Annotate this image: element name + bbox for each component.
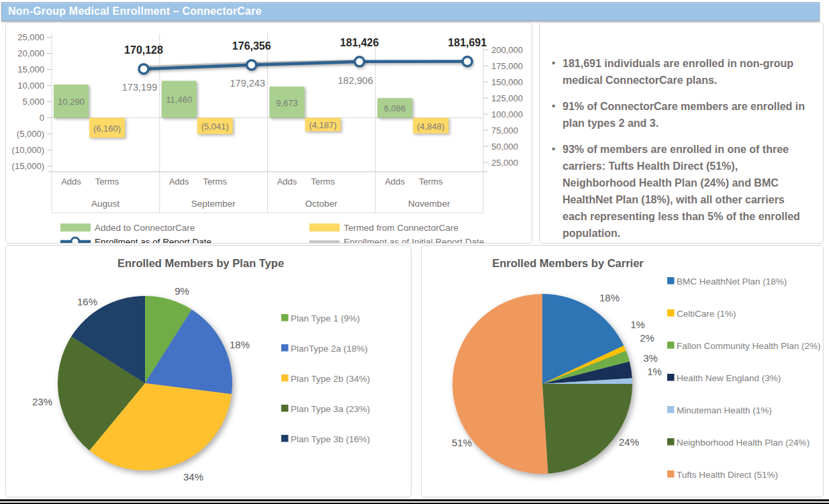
subcategory-label: Terms (95, 177, 119, 187)
subcategory-label: Terms (311, 177, 335, 187)
legend-label: CeltiCare (1%) (677, 309, 736, 319)
left-axis-tick-label: 0 (40, 113, 44, 123)
legend-label: Added to ConnectorCare (95, 223, 195, 233)
legend-swatch (667, 470, 675, 478)
pie-percent-label: 18% (230, 339, 250, 350)
bar-terms-value: (4,187) (309, 120, 336, 130)
left-axis-tick-label: 15,000 (17, 64, 44, 74)
month-label: September (191, 199, 236, 209)
bullet-item: 93% of members are enrolled in one of th… (550, 141, 810, 242)
legend-swatch (281, 405, 289, 412)
legend-swatch (281, 344, 289, 352)
legend-label: Plan Type 2b (34%) (291, 374, 370, 384)
left-axis-tick-label: (10,000) (12, 145, 44, 155)
enrollment-trend-chart: 25,00020,00015,00010,0005,0000(5,000)(10… (6, 23, 532, 243)
left-axis-tick-label: 20,000 (17, 48, 44, 58)
subcategory-label: Adds (277, 177, 297, 187)
report-date-marker (247, 60, 256, 70)
pie-percent-label: 1% (630, 319, 645, 330)
right-axis-tick-label: 175,000 (491, 61, 523, 71)
legend-swatch (667, 277, 675, 285)
subcategory-label: Adds (61, 177, 81, 187)
legend-label: Plan Type 3a (23%) (291, 404, 370, 414)
pie-percent-label: 16% (77, 296, 97, 307)
legend-swatch (667, 374, 675, 381)
pie-title: Enrolled Members by Plan Type (117, 257, 284, 269)
right-axis-tick-label: 75,000 (491, 125, 518, 136)
bar-adds-value: 9,673 (276, 98, 298, 108)
pie (452, 294, 632, 474)
bottom-double-rule (0, 499, 829, 504)
bullet-item: 91% of ConnectorCare members are enrolle… (550, 98, 810, 132)
bar-terms-value: (4,848) (417, 121, 444, 132)
pie-percent-label: 1% (647, 366, 662, 377)
page-title-bar: Non-Group Medical Enrollment – Connector… (1, 2, 820, 21)
pie-percent-label: 24% (619, 436, 639, 448)
enrollment-value-label: 176,356 (232, 40, 271, 52)
month-label: October (305, 199, 338, 209)
legend-label: Plan Type 3b (16%) (291, 434, 370, 444)
initial-enrollment-value-label: 179,243 (230, 78, 265, 89)
pie-percent-label: 51% (452, 437, 472, 448)
subcategory-label: Terms (203, 177, 228, 187)
right-axis-tick-label: 125,000 (491, 93, 523, 103)
legend-label: Tufts Health Direct (51%) (677, 470, 778, 480)
legend-swatch (309, 223, 340, 232)
pie-slice-24% (542, 384, 632, 474)
left-axis-tick-label: (15,000) (12, 161, 44, 171)
legend-swatch (667, 342, 675, 349)
pie (58, 296, 232, 470)
legend-swatch (281, 314, 289, 321)
subcategory-label: Terms (419, 177, 443, 187)
bullet-item: 181,691 individuals are enrolled in non-… (550, 55, 810, 89)
right-axis-tick-label: 150,000 (491, 77, 523, 87)
bar-adds-value: 6,086 (384, 103, 406, 113)
bar-adds-value: 10,290 (58, 97, 85, 107)
legend-label: PlanType 2a (18%) (291, 344, 368, 354)
legend-swatch (667, 309, 675, 317)
legend-label: Termed from ConnectorCare (344, 223, 458, 233)
enrollment-value-label: 181,691 (448, 37, 487, 48)
carrier-pie-chart: Enrolled Members by Carrier18%1%2%3%1%24… (422, 246, 823, 497)
pie-title: Enrolled Members by Carrier (492, 257, 644, 269)
pie-percent-label: 9% (175, 285, 189, 297)
report-date-marker (139, 64, 148, 74)
left-axis-tick-label: 25,000 (17, 32, 44, 42)
legend-label: Minuteman Health (1%) (677, 405, 772, 415)
pie-percent-label: 2% (640, 332, 654, 344)
legend-swatch (281, 374, 289, 382)
right-axis-tick-label: 100,000 (491, 109, 523, 119)
legend-marker-sample (71, 238, 79, 243)
enrollment-trend-panel: 25,00020,00015,00010,0005,0000(5,000)(10… (5, 22, 532, 244)
carrier-pie-panel: Enrolled Members by Carrier18%1%2%3%1%24… (421, 245, 824, 497)
legend-swatch (667, 438, 675, 446)
subcategory-label: Adds (169, 177, 189, 187)
subcategory-label: Adds (385, 177, 405, 187)
pie-percent-label: 3% (643, 352, 658, 364)
bar-terms-value: (5,041) (201, 121, 229, 132)
bar-adds-value: 11,460 (166, 95, 192, 105)
pie-percent-label: 23% (32, 396, 52, 407)
legend-label: Fallon Community Health Plan (2%) (677, 341, 821, 351)
left-axis-tick-label: 5,000 (22, 97, 44, 107)
right-axis-tick-label: 50,000 (491, 142, 518, 152)
report-date-marker (462, 57, 472, 66)
plan-type-pie-chart: Enrolled Members by Plan Type9%18%34%23%… (6, 246, 411, 497)
enrollment-value-label: 170,128 (124, 44, 163, 56)
pie-percent-label: 34% (183, 471, 203, 483)
plan-type-pie-panel: Enrolled Members by Plan Type9%18%34%23%… (5, 245, 411, 497)
legend-label: BMC HealthNet Plan (18%) (677, 276, 787, 287)
legend-swatch (60, 223, 91, 232)
report-date-marker (355, 57, 364, 66)
enrollment-dashboard: Non-Group Medical Enrollment – Connector… (0, 0, 829, 504)
right-axis-tick-label: 200,000 (491, 45, 523, 55)
initial-enrollment-value-label: 182,906 (338, 75, 373, 86)
legend-label: Neighborhood Health Plan (24%) (677, 438, 810, 448)
legend-swatch (281, 435, 289, 442)
page-title: Non-Group Medical Enrollment – Connector… (8, 5, 262, 17)
initial-enrollment-value-label: 173,199 (122, 82, 157, 93)
legend-label: Enrollment as of Initial Report Date (344, 237, 484, 244)
legend-swatch (667, 406, 675, 413)
legend-label: Enrollment as of Report Date (95, 237, 211, 244)
left-axis-tick-label: 10,000 (17, 81, 44, 91)
